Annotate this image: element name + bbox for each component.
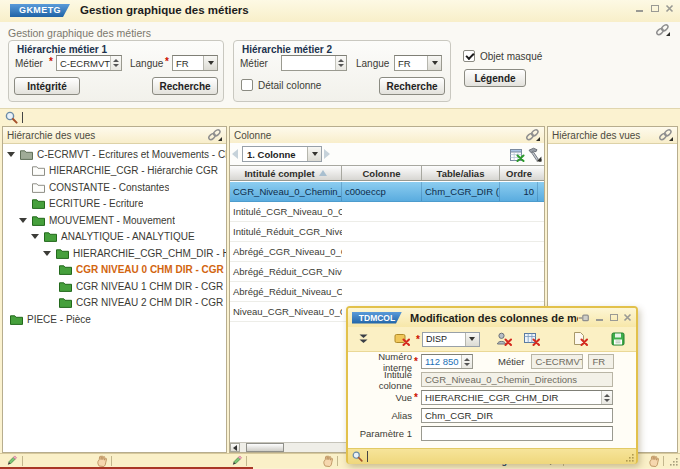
export-excel-icon[interactable] [510, 148, 525, 162]
table-row[interactable]: Abrégé_Réduit_Niveau_CGR_Niv [230, 282, 544, 302]
chevron-down-icon[interactable] [465, 333, 479, 346]
table-row-selected[interactable]: CGR_Niveau_0_Chemin_Directio c00oeccp Ch… [230, 182, 544, 202]
vue-field[interactable]: HIERARCHIE_CGR_CHM_DIR [421, 390, 613, 405]
cell-colonne[interactable]: c00oeccp [342, 182, 422, 201]
cell-ordre[interactable] [500, 202, 538, 221]
cell-intitule-complet[interactable]: Abrégé_CGR_Niveau_0_Chemin_ [230, 242, 342, 261]
pin-icon[interactable] [578, 313, 590, 323]
cell-ordre[interactable] [500, 242, 538, 261]
tree-item[interactable]: CGR NIVEAU 2 CHM DIR - CGR niveau 2 chem… [3, 295, 226, 312]
save-icon[interactable] [611, 332, 625, 346]
alias-field[interactable]: Chm_CGR_DIR [421, 408, 613, 423]
tools-hammer-icon[interactable] [527, 147, 541, 162]
expander-icon[interactable] [31, 234, 39, 239]
edit-pencil-icon[interactable] [230, 455, 243, 467]
resize-grip[interactable] [670, 458, 678, 466]
link-icon[interactable] [655, 23, 670, 37]
table-row[interactable]: Abrégé_CGR_Niveau_0_Chemin_ [230, 242, 544, 262]
legende-button[interactable]: Légende [464, 69, 526, 87]
disp-select[interactable]: DISP [422, 332, 480, 347]
minimize-icon[interactable] [635, 4, 644, 13]
tree-item[interactable]: ANALYTIQUE - ANALYTIQUE [3, 229, 226, 246]
expander-icon[interactable] [7, 152, 15, 157]
spinner-buttons[interactable] [601, 391, 612, 404]
tree-item[interactable]: HIERARCHIE_CGR - Hiérarchie CGR [3, 163, 226, 180]
table-row[interactable]: Abrégé_Réduit_CGR_Niveau_0_C [230, 262, 544, 282]
cell-intitule-complet[interactable]: Abrégé_Réduit_Niveau_CGR_Niv [230, 282, 342, 301]
cell-ordre[interactable] [500, 282, 538, 301]
column-selector[interactable]: 1. Colonne [242, 146, 322, 162]
spinner-buttons[interactable] [110, 56, 121, 70]
cell-ordre[interactable] [500, 222, 538, 241]
langue-select[interactable]: FR [394, 55, 442, 71]
tree-item[interactable]: PIECE - Pièce [3, 311, 226, 328]
recherche-button[interactable]: Recherche [379, 77, 445, 95]
cell-ordre[interactable]: 10 [500, 182, 538, 201]
tree-item[interactable]: C-ECRMVT - Ecritures et Mouvements - Cli… [3, 146, 226, 163]
expander-icon[interactable] [19, 218, 27, 223]
pan-hand-icon[interactable] [96, 455, 108, 467]
spinner-buttons[interactable] [335, 56, 346, 70]
cell-intitule-complet[interactable]: Niveau_CGR_Niveau_0_Chemin_ [230, 302, 342, 321]
tree-item[interactable]: HIERARCHIE_CGR_CHM_DIR - Hiérarchie CGR … [3, 245, 226, 262]
cell-intitule-complet[interactable]: Intitulé_CGR_Niveau_0_Chemin_ [230, 202, 342, 221]
tree-item[interactable]: ECRITURE - Ecriture [3, 196, 226, 213]
link-icon[interactable] [207, 128, 222, 142]
cell-ordre[interactable] [500, 262, 538, 281]
dialog-statusbar[interactable] [348, 448, 636, 464]
cell-table-alias[interactable] [422, 262, 500, 281]
search-icon[interactable] [5, 111, 18, 124]
chevron-down-icon[interactable] [427, 56, 441, 70]
cell-intitule-complet[interactable]: CGR_Niveau_0_Chemin_Directio [230, 182, 342, 201]
column-header-table-alias[interactable]: Table/alias [422, 166, 500, 180]
chevron-down-icon[interactable] [307, 147, 321, 161]
langue-select[interactable]: FR [172, 55, 218, 71]
cell-colonne[interactable] [342, 242, 422, 261]
table-row[interactable]: Intitulé_Réduit_CGR_Niveau_0_C [230, 222, 544, 242]
cell-colonne[interactable] [342, 282, 422, 301]
cell-colonne[interactable] [342, 262, 422, 281]
column-header-colonne[interactable]: Colonne [342, 166, 422, 180]
pan-hand-icon[interactable] [322, 455, 334, 467]
next-column-icon[interactable] [324, 149, 330, 159]
spinner-buttons[interactable] [461, 355, 472, 368]
previous-column-icon[interactable] [232, 149, 238, 159]
cell-table-alias[interactable] [422, 282, 500, 301]
objet-masque-checkbox[interactable] [463, 50, 475, 62]
tree-item-selected[interactable]: CGR NIVEAU 0 CHM DIR - CGR niveau 0 chem… [3, 262, 226, 279]
filter-bar[interactable] [0, 110, 680, 125]
delete-page-icon[interactable] [572, 332, 589, 346]
scrollbar-thumb[interactable] [246, 443, 284, 452]
cell-table-alias[interactable]: Chm_CGR_DIR (oeccp) [422, 182, 500, 201]
pan-hand-icon[interactable] [648, 455, 660, 467]
table-row[interactable]: Intitulé_CGR_Niveau_0_Chemin_ [230, 202, 544, 222]
metier-field[interactable]: C-ECRMVT [56, 55, 122, 71]
collapse-all-icon[interactable] [357, 333, 370, 345]
cell-table-alias[interactable] [422, 242, 500, 261]
link-icon[interactable] [658, 128, 673, 142]
cell-table-alias[interactable] [422, 222, 500, 241]
cell-colonne[interactable] [342, 222, 422, 241]
close-icon[interactable] [623, 313, 632, 322]
cell-table-alias[interactable] [422, 202, 500, 221]
tree-item[interactable]: MOUVEMENT - Mouvement [3, 212, 226, 229]
delete-document-icon[interactable] [394, 332, 411, 346]
expander-icon[interactable] [43, 251, 51, 256]
resize-grip[interactable] [626, 454, 634, 462]
metier-field[interactable] [281, 55, 347, 71]
dialog-titlebar[interactable]: TDMCOL Modification des colonnes de méti… [348, 308, 636, 327]
search-icon[interactable] [352, 451, 363, 462]
column-header-intitule-complet[interactable]: Intitulé complet [230, 166, 342, 180]
delete-table-icon[interactable] [524, 332, 541, 346]
cell-intitule-complet[interactable]: Abrégé_Réduit_CGR_Niveau_0_C [230, 262, 342, 281]
close-icon[interactable] [665, 4, 674, 13]
tree-item[interactable]: CGR NIVEAU 1 CHM DIR - CGR niveau 1 chem… [3, 278, 226, 295]
cell-colonne[interactable] [342, 202, 422, 221]
numero-interne-field[interactable]: 112 850 [421, 354, 473, 369]
integrite-button[interactable]: Intégrité [14, 77, 80, 95]
cell-intitule-complet[interactable]: Intitulé_Réduit_CGR_Niveau_0_C [230, 222, 342, 241]
delete-user-icon[interactable] [496, 332, 513, 346]
recherche-button[interactable]: Recherche [152, 77, 218, 95]
minimize-icon[interactable] [595, 313, 604, 322]
scroll-left-icon[interactable] [230, 443, 240, 452]
